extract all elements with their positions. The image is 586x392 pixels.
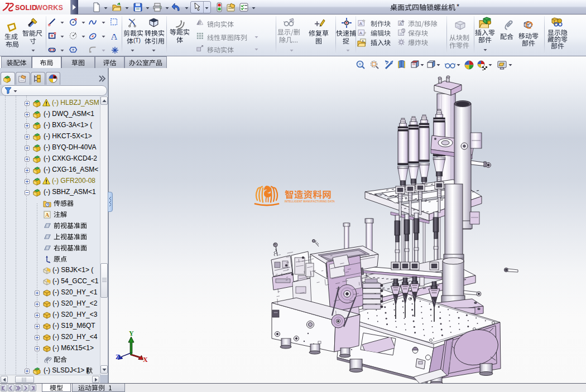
svg-text:X: X	[143, 356, 148, 364]
svg-text:A: A	[400, 22, 402, 26]
svg-text:WORKS: WORKS	[36, 4, 63, 12]
svg-text:Y: Y	[129, 330, 134, 337]
svg-text:A: A	[359, 21, 363, 26]
svg-text:A: A	[359, 31, 363, 36]
svg-text:A: A	[112, 33, 117, 40]
svg-text:SOLID: SOLID	[15, 4, 37, 12]
svg-text:A: A	[45, 212, 50, 218]
svg-text:Z: Z	[116, 353, 120, 361]
